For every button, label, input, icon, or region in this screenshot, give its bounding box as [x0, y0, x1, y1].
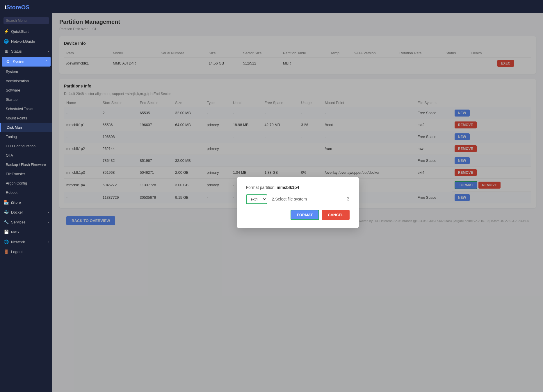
quickstart-icon: ⚡	[3, 29, 9, 34]
logo-text: iStoreOS	[5, 4, 30, 11]
sidebar-label-docker: Docker	[11, 210, 23, 214]
modal-partition-name: mmcblk1p4	[277, 185, 299, 190]
system-icon: ⚙	[5, 59, 10, 64]
sidebar-item-docker[interactable]: 🐳 Docker ›	[0, 207, 52, 217]
networkguide-icon: 🌐	[3, 39, 9, 44]
sidebar-item-logout[interactable]: 🚪 Logout	[0, 247, 52, 257]
sidebar-label-startup: Startup	[6, 98, 17, 102]
sidebar-label-network: Network	[11, 240, 25, 244]
docker-arrow-icon: ›	[48, 210, 49, 214]
modal-format-button[interactable]: FORMAT	[291, 210, 319, 220]
sidebar-item-led-configuration[interactable]: LED Configuration	[0, 142, 52, 151]
status-icon: ▦	[3, 49, 9, 53]
sidebar-label-services: Services	[11, 220, 26, 224]
sidebar-item-startup[interactable]: Startup	[0, 95, 52, 104]
sidebar-label-scheduled-tasks: Scheduled Tasks	[6, 107, 33, 111]
sidebar-item-scheduled-tasks[interactable]: Scheduled Tasks	[0, 104, 52, 114]
sidebar-label-networkguide: NetworkGuide	[11, 39, 35, 44]
network-arrow-icon: ›	[48, 240, 49, 244]
sidebar-label-administration: Administration	[6, 79, 29, 83]
sidebar-label-led-configuration: LED Configuration	[6, 144, 35, 148]
sidebar-item-networkguide[interactable]: 🌐 NetworkGuide	[0, 36, 52, 46]
sidebar-label-disk-man: Disk Man	[7, 126, 22, 130]
search-input[interactable]	[3, 17, 49, 24]
sidebar-item-status[interactable]: ▦ Status ›	[0, 46, 52, 56]
sidebar-item-argon-config[interactable]: Argon Config	[0, 179, 52, 188]
sidebar-item-mount-points[interactable]: Mount Points	[0, 114, 52, 123]
modal-title: Format partition: mmcblk1p4	[246, 185, 350, 190]
sidebar-label-ota: OTA	[6, 153, 13, 157]
sidebar-item-filetransfer[interactable]: FileTransfer	[0, 169, 52, 179]
sidebar-item-tuning[interactable]: Tuning	[0, 132, 52, 142]
sidebar-label-reboot: Reboot	[6, 191, 17, 195]
sidebar-item-ota[interactable]: OTA	[0, 151, 52, 160]
sidebar-label-backup-flash: Backup / Flash Firmware	[6, 163, 46, 167]
sidebar-label-software: Software	[6, 88, 20, 92]
sidebar-label-system: System	[13, 60, 25, 64]
app-logo: iStoreOS	[0, 0, 52, 15]
sidebar-item-services[interactable]: 🔧 Services ›	[0, 217, 52, 227]
nas-icon: 💾	[3, 230, 9, 234]
sidebar-item-system[interactable]: ⚙ System ˅	[2, 57, 51, 67]
sidebar-label-filetransfer: FileTransfer	[6, 172, 25, 176]
modal-title-text: Format partition:	[246, 185, 276, 190]
sidebar-item-system-sub[interactable]: System	[0, 67, 52, 76]
sidebar-label-logout: Logout	[11, 250, 23, 254]
modal-step-number: 3	[347, 196, 350, 202]
modal-overlay: Format partition: mmcblk1p4 ext4 ext3 ex…	[52, 13, 543, 392]
services-arrow-icon: ›	[48, 220, 49, 224]
sidebar-item-disk-man[interactable]: Disk Man	[0, 123, 52, 132]
content-area: Partition Management Partition Disk over…	[52, 13, 543, 392]
sidebar-label-nas: NAS	[11, 230, 19, 234]
istore-icon: 🏪	[3, 200, 9, 205]
sidebar-item-nas[interactable]: 💾 NAS	[0, 227, 52, 237]
modal-step-label: 2.Select file system	[272, 197, 307, 201]
modal-actions: FORMAT CANCEL	[246, 210, 350, 220]
sidebar-item-backup-flash[interactable]: Backup / Flash Firmware	[0, 160, 52, 169]
sidebar-label-mount-points: Mount Points	[6, 116, 27, 120]
sidebar: iStoreOS ⚡ QuickStart 🌐 NetworkGuide ▦ S…	[0, 0, 52, 392]
sidebar-label-istore: iStore	[11, 200, 21, 205]
services-icon: 🔧	[3, 220, 9, 224]
sidebar-label-tuning: Tuning	[6, 135, 17, 139]
sidebar-item-network[interactable]: 🌐 Network ›	[0, 237, 52, 247]
modal-body: ext4 ext3 ext2 fat32 ntfs 2.Select file …	[246, 194, 350, 204]
top-bar	[52, 0, 543, 13]
sidebar-item-quickstart[interactable]: ⚡ QuickStart	[0, 26, 52, 36]
sidebar-item-istore[interactable]: 🏪 iStore	[0, 197, 52, 207]
format-modal: Format partition: mmcblk1p4 ext4 ext3 ex…	[237, 177, 359, 228]
file-system-select[interactable]: ext4 ext3 ext2 fat32 ntfs	[246, 194, 267, 204]
modal-cancel-button[interactable]: CANCEL	[322, 210, 349, 220]
network-icon: 🌐	[3, 239, 9, 244]
docker-icon: 🐳	[3, 210, 9, 214]
sidebar-label-status: Status	[11, 49, 22, 53]
sidebar-label-system-sub: System	[6, 70, 18, 74]
main-content: Partition Management Partition Disk over…	[52, 0, 543, 392]
logout-icon: 🚪	[3, 249, 9, 254]
sidebar-item-software[interactable]: Software	[0, 86, 52, 95]
sidebar-label-quickstart: QuickStart	[11, 29, 29, 34]
status-arrow-icon: ›	[48, 49, 49, 53]
system-arrow-icon: ˅	[45, 60, 47, 64]
sidebar-item-administration[interactable]: Administration	[0, 76, 52, 86]
sidebar-item-reboot[interactable]: Reboot	[0, 188, 52, 197]
sidebar-search-container	[0, 15, 52, 26]
sidebar-label-argon-config: Argon Config	[6, 181, 27, 185]
